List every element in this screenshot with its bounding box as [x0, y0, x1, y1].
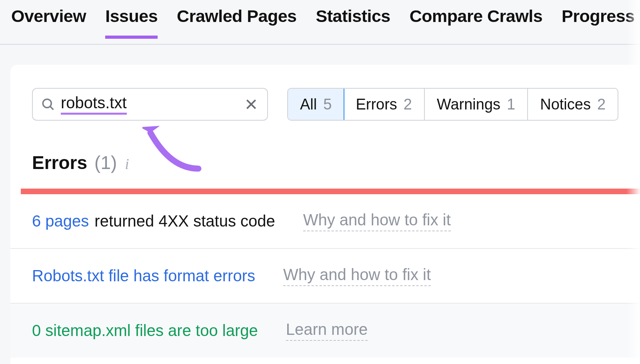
svg-line-1 [50, 107, 54, 110]
filter-segment: All 5 Errors 2 Warnings 1 Notices 2 [287, 88, 618, 121]
tab-issues[interactable]: Issues [105, 6, 158, 38]
filter-label: All [300, 96, 317, 113]
filter-all[interactable]: All 5 [287, 88, 344, 121]
section-rule [21, 189, 640, 194]
filter-warnings[interactable]: Warnings 1 [425, 89, 528, 120]
issue-row: 0 sitemap.xml files are too large Learn … [10, 304, 640, 358]
tab-navigation: Overview Issues Crawled Pages Statistics… [0, 0, 640, 45]
filter-count: 5 [323, 96, 332, 113]
filter-notices[interactable]: Notices 2 [528, 89, 618, 120]
issue-link[interactable]: 6 pages [32, 212, 89, 230]
tab-progress[interactable]: Progress [562, 6, 634, 38]
issue-help-link[interactable]: Why and how to fix it [283, 266, 431, 286]
section-header-errors: Errors (1) i [10, 121, 640, 189]
tab-overview[interactable]: Overview [11, 6, 86, 38]
clear-search-icon[interactable] [245, 98, 258, 111]
filter-count: 2 [404, 96, 412, 113]
filter-label: Notices [540, 96, 591, 113]
controls-row: robots.txt All 5 Errors 2 Warnings 1 Not [10, 88, 640, 121]
tab-statistics[interactable]: Statistics [316, 6, 390, 38]
issue-help-link[interactable]: Why and how to fix it [303, 211, 451, 231]
filter-label: Errors [356, 96, 397, 113]
search-value: robots.txt [61, 94, 127, 115]
issue-row: Robots.txt file has format errors Why an… [10, 249, 640, 304]
section-count: (1) [94, 152, 117, 173]
svg-point-0 [43, 99, 51, 107]
filter-count: 1 [507, 96, 515, 113]
filter-label: Warnings [437, 96, 500, 113]
issue-text: returned 4XX status code [94, 212, 275, 230]
filter-errors[interactable]: Errors 2 [344, 89, 425, 120]
tab-crawled-pages[interactable]: Crawled Pages [177, 6, 296, 38]
issue-help-link[interactable]: Learn more [286, 320, 368, 341]
issue-row: 6 pages returned 4XX status code Why and… [10, 194, 640, 249]
info-icon[interactable]: i [124, 155, 129, 173]
issue-link[interactable]: Robots.txt file has format errors [32, 267, 255, 285]
issue-link[interactable]: 0 sitemap.xml files are too large [32, 322, 258, 340]
section-title: Errors [32, 152, 87, 173]
filter-count: 2 [597, 96, 606, 113]
tab-compare-crawls[interactable]: Compare Crawls [410, 6, 542, 38]
search-icon [41, 97, 55, 111]
search-input[interactable]: robots.txt [32, 88, 268, 121]
issues-panel: robots.txt All 5 Errors 2 Warnings 1 Not [10, 65, 640, 364]
